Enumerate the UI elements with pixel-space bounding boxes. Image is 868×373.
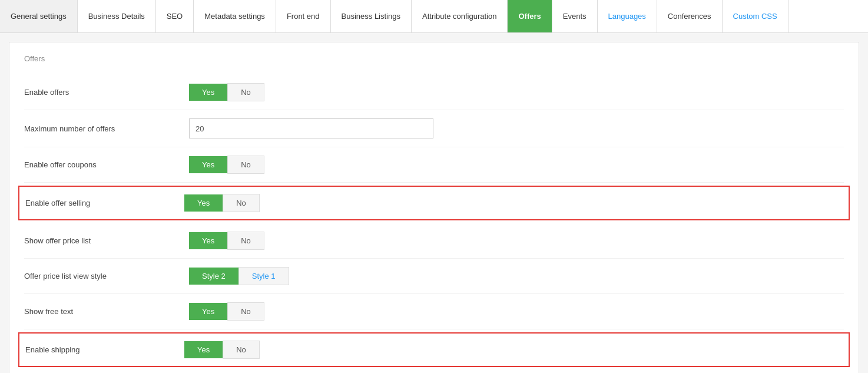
highlighted-row-enable-shipping: Enable shippingYesNo [18,332,850,367]
tab-attribute-configuration[interactable]: Attribute configuration [412,0,508,32]
row-controls-enable-offer-coupons: YesNo [189,156,264,174]
section-title: Offers [24,54,844,63]
yes-button-enable-offers[interactable]: Yes [189,84,227,101]
tab-general-settings[interactable]: General settings [0,0,78,32]
input-maximum-number-of-offers[interactable] [189,118,433,138]
tab-events[interactable]: Events [552,0,598,32]
row-label-enable-offers: Enable offers [24,88,189,97]
no-button-enable-offer-selling[interactable]: No [223,194,260,212]
no-button-enable-offer-coupons[interactable]: No [227,156,264,174]
tab-front-end[interactable]: Front end [276,0,331,32]
row-label-show-free-text: Show free text [24,307,189,316]
no-button-enable-shipping[interactable]: No [223,341,260,359]
row-label-enable-offer-selling: Enable offer selling [25,199,184,207]
settings-row-show-free-text: Show free textYesNo [24,294,844,329]
row-label-maximum-number-of-offers: Maximum number of offers [24,124,189,133]
row-controls-show-free-text: YesNo [189,302,264,321]
row-controls-enable-offers: YesNo [189,83,264,101]
tab-business-listings[interactable]: Business Listings [331,0,412,32]
tabs-bar: General settingsBusiness DetailsSEOMetad… [0,0,868,33]
row-controls-maximum-number-of-offers [189,118,433,138]
row-controls-enable-offer-selling: YesNo [184,194,260,212]
settings-row-enable-offers: Enable offersYesNo [24,75,844,110]
yes-button-show-offer-price-list[interactable]: Yes [189,232,227,249]
row-controls-show-offer-price-list: YesNo [189,232,264,250]
tab-seo[interactable]: SEO [156,0,194,32]
tab-offers[interactable]: Offers [508,0,552,32]
highlighted-row-enable-offer-selling: Enable offer sellingYesNo [18,186,850,220]
style2-button-offer-price-list-view-style[interactable]: Style 2 [189,268,238,285]
tab-business-details[interactable]: Business Details [78,0,156,32]
tab-metadata-settings[interactable]: Metadata settings [194,0,276,32]
row-controls-enable-shipping: YesNo [184,341,260,359]
content-area: Offers Enable offersYesNoMaximum number … [9,42,859,373]
tab-languages[interactable]: Languages [598,0,657,32]
row-label-offer-price-list-view-style: Offer price list view style [24,272,189,280]
settings-row-show-offer-price-list: Show offer price listYesNo [24,223,844,259]
row-label-show-offer-price-list: Show offer price list [24,236,189,245]
yes-button-enable-offer-coupons[interactable]: Yes [189,156,227,173]
settings-row-offer-price-list-view-style: Offer price list view styleStyle 2Style … [24,259,844,294]
no-button-enable-offers[interactable]: No [227,83,264,101]
style1-button-offer-price-list-view-style[interactable]: Style 1 [238,267,289,285]
tab-conferences[interactable]: Conferences [657,0,723,32]
tab-custom-css[interactable]: Custom CSS [723,0,789,32]
yes-button-enable-shipping[interactable]: Yes [184,341,223,358]
settings-row-enable-offer-coupons: Enable offer couponsYesNo [24,147,844,183]
row-label-enable-shipping: Enable shipping [25,345,184,354]
no-button-show-offer-price-list[interactable]: No [227,232,264,250]
settings-rows: Enable offersYesNoMaximum number of offe… [24,75,844,367]
yes-button-enable-offer-selling[interactable]: Yes [184,194,223,212]
settings-row-maximum-number-of-offers: Maximum number of offers [24,110,844,147]
yes-button-show-free-text[interactable]: Yes [189,303,227,320]
no-button-show-free-text[interactable]: No [227,302,264,321]
row-controls-offer-price-list-view-style: Style 2Style 1 [189,267,289,285]
row-label-enable-offer-coupons: Enable offer coupons [24,160,189,169]
